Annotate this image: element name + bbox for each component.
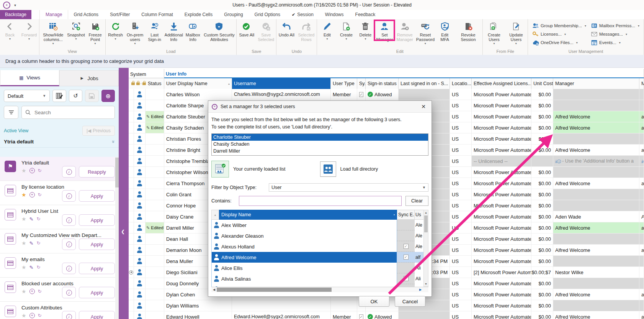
cancel-button[interactable]: Cancel [395, 296, 425, 307]
sort-corner-cell[interactable]: ▴ [211, 210, 219, 220]
ribbon-tab-grouping[interactable]: Grouping [218, 10, 248, 19]
scroll-left-icon[interactable]: ◀ [211, 288, 217, 291]
view-info-button[interactable]: i [62, 190, 76, 202]
directory-row[interactable]: Alivia Salinas✓Ali [211, 273, 428, 284]
apply-button[interactable]: Apply [79, 238, 115, 250]
table-row[interactable]: Edward HowellEdward.Howell@sygx2.onmicro… [129, 311, 644, 319]
directory-row[interactable]: Alexus Holland✓Ale [211, 241, 428, 252]
selected-user-item[interactable]: Chasity Schaden [212, 141, 428, 148]
set-manager-button[interactable]: Set Manager [375, 20, 394, 42]
directory-vertical-scrollbar[interactable]: ▲ ▼ [423, 210, 428, 287]
favorite-star-icon[interactable]: ★ [21, 192, 26, 197]
ribbon-tab-explode-cells[interactable]: Explode Cells [179, 10, 218, 19]
view-set-dropdown[interactable]: Default ▼ [4, 90, 50, 102]
sync-checkbox[interactable]: ✓ [359, 314, 363, 319]
column-header-username[interactable]: Username [232, 78, 331, 89]
collapse-chevron-icon[interactable]: » [111, 140, 116, 143]
favorite-star-icon[interactable]: ★ [21, 313, 26, 318]
events-button[interactable]: Events...▾ [588, 38, 642, 47]
column-header-last-signin[interactable]: Last signed in on - S... [399, 78, 450, 89]
save-all-button[interactable]: Save All [237, 20, 256, 37]
view-info-button[interactable]: i [62, 238, 76, 250]
tab-views[interactable]: ▦ Views [0, 70, 59, 86]
column-header-location[interactable]: Locatio... [450, 78, 472, 89]
load-full-directory-option[interactable]: Load full directory [320, 161, 429, 177]
view-item-ytria-default[interactable]: ⚑Ytria default★✳↻iReapply [0, 157, 119, 181]
licenses-button[interactable]: Licenses...▾ [530, 30, 588, 38]
last-sign-in-button[interactable]: Last Sign-in [145, 20, 164, 42]
currently-loaded-list-option[interactable]: Your currently loaded list [211, 161, 320, 178]
object-type-select[interactable]: User ▼ [269, 183, 428, 192]
create-button[interactable]: Create▾ [337, 20, 356, 41]
onedrive-files-button[interactable]: OneDrive Files...▾ [530, 38, 588, 47]
view-item-my-emails[interactable]: My emails★✎↻iApply [0, 253, 119, 278]
messages-button[interactable]: Messages...▾ [588, 30, 642, 38]
column-header-unit-cost[interactable]: Unit Cost... [531, 78, 553, 89]
active-view-name-row[interactable]: Ytria default » [0, 137, 119, 148]
update-users-button[interactable]: Update Users▾ [505, 20, 527, 45]
remove-manager-button[interactable]: Remove Manager [394, 20, 415, 42]
sync-column-header[interactable]: Sync E... [397, 210, 415, 220]
sync-checkbox[interactable]: ✓ [359, 92, 363, 97]
ribbon-tab-grid-options[interactable]: Grid Options [249, 10, 286, 19]
directory-row[interactable]: Alice EllisAli [211, 263, 428, 273]
apply-button[interactable]: Apply [79, 263, 115, 274]
display-name-column-header[interactable]: Display Name ▪ [219, 210, 397, 220]
selected-user-item[interactable]: Darrell Miller [212, 148, 428, 155]
group-membership-button[interactable]: Group Membership...▾ [530, 21, 588, 30]
views-scrollbar-thumb[interactable] [115, 158, 119, 187]
view-item-custom-attributes[interactable]: Custom Attributes★✳↻iApply [0, 302, 119, 319]
edit-mfa-button[interactable]: Edit MFA [435, 20, 454, 42]
favorite-star-icon[interactable]: ★ [21, 240, 26, 246]
apply-button[interactable]: Apply [79, 190, 115, 202]
ribbon-tab-sort-filter[interactable]: Sort/Filter [104, 10, 136, 19]
ribbon-tab-grid-actions[interactable]: Grid Actions [68, 10, 104, 19]
reset-password-button[interactable]: ***Reset Password▾ [415, 20, 435, 45]
delete-button[interactable]: Delete▾ [356, 20, 375, 41]
create-users-button[interactable]: Create Users▾ [483, 20, 505, 45]
ribbon-tab-windows[interactable]: Windows [319, 10, 350, 19]
view-info-button[interactable]: i [62, 214, 76, 226]
column-header-status[interactable]: ‹Status [129, 78, 164, 89]
refresh-button[interactable]: Refresh▾ [106, 20, 125, 41]
sync-checkbox[interactable]: ✓ [404, 244, 409, 249]
quick-access-caret-icon[interactable]: ▾ [14, 3, 16, 7]
username-column-header[interactable]: Us [415, 210, 423, 220]
custom-security-attributes-button[interactable]: Custom Security Attributes [203, 20, 236, 42]
favorite-star-icon[interactable]: ★ [21, 168, 26, 173]
revoke-session-tokens-button[interactable]: Revoke Session Tokens [454, 20, 482, 42]
favorite-star-icon[interactable]: ★ [21, 216, 26, 222]
selected-rows-button[interactable]: Selected Rows [296, 20, 316, 42]
view-info-button[interactable]: i [62, 263, 76, 274]
view-info-button[interactable]: i [62, 166, 76, 178]
tab-jobs[interactable]: ► Jobs [59, 70, 119, 86]
apply-button[interactable]: Apply [79, 287, 115, 298]
selected-user-item[interactable]: Charlotte Steuber [212, 134, 428, 141]
show-hide-columns-button[interactable]: Show/Hide columns...▾ [40, 20, 67, 45]
ribbon-tab-feedback[interactable]: Feedback [350, 10, 381, 19]
selected-users-listbox[interactable]: Charlotte SteuberChasity SchadenDarrell … [211, 133, 428, 156]
column-header-manager2[interactable]: Ma [639, 78, 644, 89]
back-button[interactable]: Back▾ [0, 20, 20, 41]
contains-input[interactable] [239, 196, 402, 206]
scroll-right-icon[interactable]: ▶ [418, 288, 423, 291]
grouping-zone[interactable]: Drag a column header to this grouping zo… [0, 55, 644, 68]
sync-checkbox[interactable]: ✓ [404, 276, 409, 281]
snapshot-button[interactable]: Snapshot▾ [67, 20, 86, 41]
close-icon[interactable]: ✕ [419, 104, 428, 110]
views-scrollbar[interactable] [115, 157, 119, 319]
mailbox-info-button[interactable]: Mailbox Info [183, 20, 203, 42]
directory-row[interactable]: Alfred Welcome✓alf [211, 252, 428, 263]
view-info-button[interactable]: i [62, 287, 76, 298]
ok-button[interactable]: OK [359, 296, 389, 307]
ribbon-tab-column-format[interactable]: Column Format [136, 10, 179, 19]
previous-view-button[interactable]: |◀ Previous [82, 126, 115, 136]
view-item-my-customized-view-with-depart[interactable]: My Customized View with Depart...★✎↻iApp… [0, 229, 119, 253]
vertical-scroll-thumb[interactable] [424, 215, 428, 232]
save-selected-button[interactable]: Save Selected [256, 20, 276, 42]
filter-button[interactable] [4, 106, 18, 119]
view-info-button[interactable]: i [62, 311, 76, 319]
undo-all-button[interactable]: Undo All [277, 20, 296, 37]
apply-button[interactable]: Apply [79, 214, 115, 226]
apply-button[interactable]: Apply [79, 311, 115, 319]
